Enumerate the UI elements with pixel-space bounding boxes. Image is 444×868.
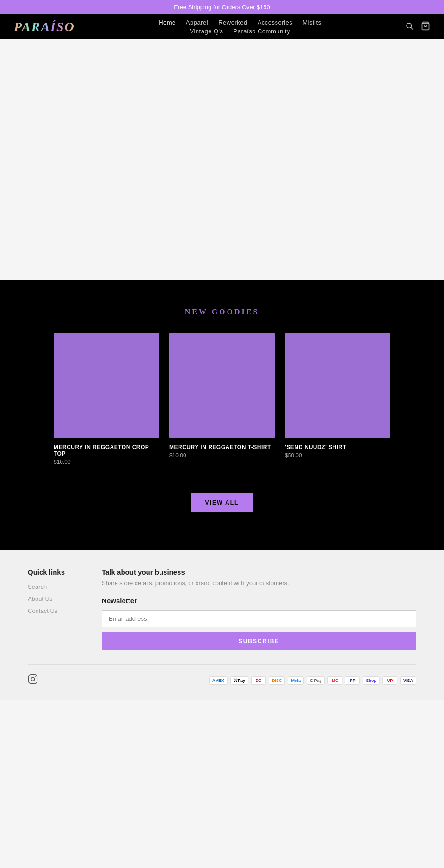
product-price-3: $50.00 (285, 452, 390, 459)
quick-link-contact[interactable]: Contact Us (28, 607, 57, 614)
nav-vintage-qs[interactable]: Vintage Q's (190, 28, 223, 35)
product-image-3 (285, 333, 390, 438)
product-price-1: $10.00 (54, 459, 159, 465)
quick-link-search[interactable]: Search (28, 583, 47, 590)
payment-diners: DC (251, 676, 266, 685)
payment-apple: ⌘Pay (230, 676, 248, 685)
product-image-1 (54, 333, 159, 438)
svg-rect-3 (29, 675, 37, 683)
nav-row-2: Vintage Q's Paraíso Community (190, 28, 290, 35)
section-title: NEW GOODIES (14, 308, 430, 316)
products-grid: MERCURY IN REGGAETON CROP TOP $10.00 MER… (14, 333, 430, 465)
quick-links-title: Quick links (28, 568, 65, 576)
footer-business-section: Talk about your business Share store det… (102, 568, 416, 650)
payment-mastercard: MC (327, 676, 342, 685)
announcement-bar: Free Shipping for Orders Over $150 (0, 0, 444, 14)
payment-paypal: PP (345, 676, 360, 685)
product-name-3: 'Send NuUdz' Shirt (285, 444, 390, 450)
quick-link-about[interactable]: About Us (28, 595, 52, 602)
hero-section (0, 39, 444, 280)
svg-line-1 (411, 27, 413, 29)
subscribe-button[interactable]: SUBSCRIBE (102, 632, 416, 650)
business-description: Share store details, promotions, or bran… (102, 580, 416, 587)
search-button[interactable] (405, 22, 413, 32)
instagram-icon[interactable] (28, 674, 38, 687)
logo[interactable]: PARAÍSO (14, 19, 75, 34)
list-item: About Us (28, 594, 65, 603)
list-item: Contact Us (28, 606, 65, 615)
nav-reworked[interactable]: Reworked (218, 19, 247, 26)
nav-accessories[interactable]: Accessories (258, 19, 293, 26)
payment-shop: Shop (363, 676, 380, 685)
product-card-2[interactable]: MERCURY IN REGGAETON T-SHIRT $10.00 (169, 333, 275, 465)
product-name-2: MERCURY IN REGGAETON T-SHIRT (169, 444, 275, 450)
svg-point-5 (35, 676, 36, 677)
footer-bottom: AMEX ⌘Pay DC DISC Meta G Pay MC PP Shop … (28, 664, 416, 687)
svg-point-0 (407, 23, 412, 28)
nav-row-1: Home Apparel Reworked Accessories Misfit… (159, 19, 321, 26)
header-icons (405, 21, 430, 33)
quick-links-list: Search About Us Contact Us (28, 582, 65, 615)
cart-button[interactable] (421, 21, 430, 33)
payment-amex: AMEX (209, 676, 228, 685)
svg-point-4 (31, 677, 34, 681)
footer-top: Quick links Search About Us Contact Us T… (28, 568, 416, 650)
product-name-1: MERCURY IN REGGAETON CROP TOP (54, 444, 159, 457)
nav-home[interactable]: Home (159, 19, 176, 26)
payment-visa: VISA (400, 676, 416, 685)
product-card-3[interactable]: 'Send NuUdz' Shirt $50.00 (285, 333, 390, 465)
payment-meta: Meta (288, 676, 304, 685)
product-card-1[interactable]: MERCURY IN REGGAETON CROP TOP $10.00 (54, 333, 159, 465)
list-item: Search (28, 582, 65, 591)
nav-apparel[interactable]: Apparel (186, 19, 208, 26)
footer: Quick links Search About Us Contact Us T… (0, 550, 444, 700)
payment-unionpay: UP (382, 676, 397, 685)
product-image-2 (169, 333, 275, 438)
newsletter-title: Newsletter (102, 597, 416, 605)
nav-misfits[interactable]: Misfits (302, 19, 321, 26)
payment-discover: DISC (269, 676, 285, 685)
view-all-button[interactable]: VIEW ALL (191, 493, 254, 512)
payment-gpay: G Pay (307, 676, 325, 685)
newsletter-section: Newsletter SUBSCRIBE (102, 597, 416, 650)
payment-icons: AMEX ⌘Pay DC DISC Meta G Pay MC PP Shop … (209, 676, 416, 685)
nav-paraiso-community[interactable]: Paraíso Community (234, 28, 290, 35)
new-goodies-section: NEW GOODIES MERCURY IN REGGAETON CROP TO… (0, 280, 444, 550)
product-price-2: $10.00 (169, 452, 275, 459)
main-nav: Home Apparel Reworked Accessories Misfit… (159, 19, 321, 35)
email-input[interactable] (102, 610, 416, 627)
business-title: Talk about your business (102, 568, 416, 576)
header: PARAÍSO Home Apparel Reworked Accessorie… (0, 14, 444, 39)
quick-links-section: Quick links Search About Us Contact Us (28, 568, 65, 650)
announcement-text: Free Shipping for Orders Over $150 (174, 4, 270, 11)
